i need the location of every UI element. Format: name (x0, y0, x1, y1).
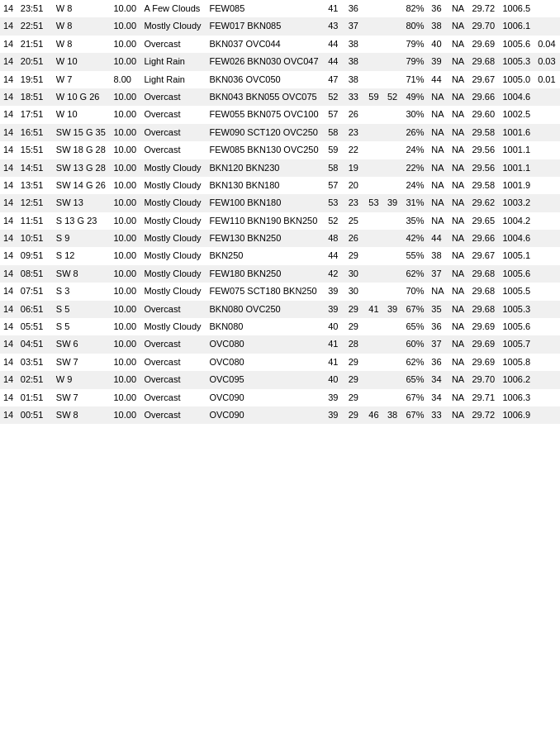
table-cell: 02:51 (17, 371, 53, 388)
table-cell (384, 335, 403, 353)
table-row: 1419:51W 78.00Light RainBKN036 OVC050473… (0, 71, 560, 88)
table-cell: Mostly Cloudy (140, 247, 206, 264)
table-cell: S 12 (53, 247, 111, 264)
table-cell: S 5 (53, 318, 111, 335)
table-cell (534, 230, 560, 247)
table-cell: NA (448, 17, 469, 35)
table-cell: Overcast (140, 141, 206, 159)
table-cell: W 10 (53, 53, 111, 70)
table-cell: 58 (325, 159, 345, 177)
table-cell: 22% (402, 159, 428, 177)
table-cell: 44 (428, 230, 448, 247)
table-cell (534, 335, 560, 353)
table-cell: NA (448, 230, 469, 247)
table-row: 1409:51S 1210.00Mostly CloudyBKN25044295… (0, 247, 560, 264)
table-cell: SW 15 G 35 (53, 124, 111, 141)
table-cell: 39 (325, 406, 345, 424)
table-cell: SW 13 (53, 194, 111, 212)
table-cell (534, 354, 560, 371)
table-cell: 23 (345, 194, 366, 212)
table-cell (365, 53, 384, 70)
table-cell: 1006.5 (499, 0, 534, 17)
table-cell (384, 124, 403, 141)
table-cell: Overcast (140, 389, 206, 406)
table-cell: 29 (345, 318, 366, 335)
table-cell: 16:51 (17, 124, 53, 141)
table-cell: S 9 (53, 230, 111, 247)
table-cell (384, 247, 403, 264)
table-cell: 1005.3 (499, 53, 534, 70)
table-cell: 65% (402, 371, 428, 388)
table-cell: 29.69 (469, 354, 500, 371)
table-cell: 52 (325, 212, 345, 230)
table-cell (534, 17, 560, 35)
table-cell: BKN080 (206, 318, 325, 335)
table-cell: 29 (345, 371, 366, 388)
table-cell: 10.00 (111, 194, 141, 212)
table-cell: BKN080 OVC250 (206, 301, 325, 318)
table-cell: 14 (0, 230, 17, 247)
table-cell: SW 13 G 28 (53, 159, 111, 177)
table-cell: Mostly Cloudy (140, 17, 206, 35)
table-cell: 14 (0, 194, 17, 212)
table-cell: S 13 G 23 (53, 212, 111, 230)
table-cell (384, 371, 403, 388)
table-cell: 0.03 (534, 53, 560, 70)
table-cell: 29.62 (469, 194, 500, 212)
table-cell: 21:51 (17, 36, 53, 53)
table-cell: SW 8 (53, 265, 111, 283)
table-cell (365, 71, 384, 88)
table-cell: 29.72 (469, 0, 500, 17)
table-cell: 38 (428, 247, 448, 264)
table-cell (384, 71, 403, 88)
table-cell: BKN130 BKN180 (206, 177, 325, 194)
table-row: 1423:51W 810.00A Few CloudsFEW085413682%… (0, 0, 560, 17)
table-cell (384, 354, 403, 371)
table-cell: 04:51 (17, 335, 53, 353)
table-cell: FEW026 BKN030 OVC047 (206, 53, 325, 70)
table-cell: OVC080 (206, 335, 325, 353)
table-cell (384, 318, 403, 335)
table-cell: 67% (402, 389, 428, 406)
table-cell: 14 (0, 265, 17, 283)
table-cell: FEW017 BKN085 (206, 17, 325, 35)
table-cell: 41 (365, 301, 384, 318)
table-cell (534, 141, 560, 159)
table-cell: 37 (345, 17, 366, 35)
table-cell: Light Rain (140, 71, 206, 88)
table-cell (365, 354, 384, 371)
table-cell: 10.00 (111, 265, 141, 283)
table-cell: 23:51 (17, 0, 53, 17)
table-cell (365, 159, 384, 177)
table-cell: 38 (384, 406, 403, 424)
table-cell: 13:51 (17, 177, 53, 194)
table-cell: 14:51 (17, 159, 53, 177)
table-cell: NA (428, 194, 448, 212)
table-cell: 33 (345, 88, 366, 106)
table-cell (365, 17, 384, 35)
table-cell: 29.66 (469, 230, 500, 247)
table-cell: 65% (402, 318, 428, 335)
table-cell: 14 (0, 17, 17, 35)
table-cell: FEW180 BKN250 (206, 265, 325, 283)
table-cell: 14 (0, 141, 17, 159)
table-cell: 22:51 (17, 17, 53, 35)
table-cell: 20:51 (17, 53, 53, 70)
table-cell (384, 36, 403, 53)
table-cell: 23 (345, 124, 366, 141)
table-cell: 10.00 (111, 159, 141, 177)
table-row: 1408:51SW 810.00Mostly CloudyFEW180 BKN2… (0, 265, 560, 283)
table-cell: 33 (428, 406, 448, 424)
table-cell: SW 14 G 26 (53, 177, 111, 194)
table-cell (534, 194, 560, 212)
table-cell: 10.00 (111, 141, 141, 159)
table-cell: 0.04 (534, 36, 560, 53)
table-cell (365, 230, 384, 247)
table-cell (365, 265, 384, 283)
table-cell: 29 (345, 301, 366, 318)
table-cell: 29 (345, 354, 366, 371)
table-cell: 1006.3 (499, 389, 534, 406)
table-cell: NA (428, 283, 448, 300)
table-cell: 55% (402, 247, 428, 264)
table-cell: NA (448, 212, 469, 230)
